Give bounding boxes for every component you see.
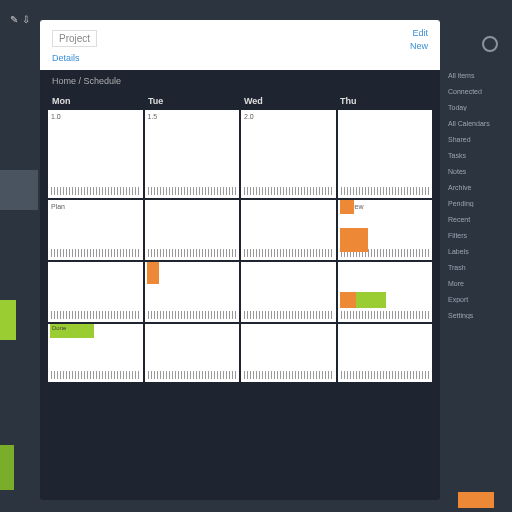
left-marker-1[interactable] [0, 300, 16, 340]
ruler [51, 311, 140, 319]
cell-label: 1.5 [148, 113, 237, 120]
ruler [244, 311, 333, 319]
cell-label: 2.0 [244, 113, 333, 120]
panel-item[interactable]: More [448, 280, 508, 287]
col-head[interactable]: Tue [144, 94, 240, 108]
grid-cell[interactable] [48, 262, 143, 322]
ruler [244, 371, 333, 379]
action-edit[interactable]: Edit [410, 28, 428, 38]
panel-item[interactable]: Settings [448, 312, 508, 319]
grid-cell[interactable] [241, 262, 336, 322]
ruler [244, 249, 333, 257]
grid-cell[interactable] [338, 324, 433, 382]
panel-item[interactable]: Tasks [448, 152, 508, 159]
panel-item[interactable]: Connected [448, 88, 508, 95]
ruler [341, 371, 430, 379]
action-new[interactable]: New [410, 41, 428, 51]
grid-cell[interactable] [338, 110, 433, 198]
loading-icon [482, 36, 498, 52]
grid-cell[interactable]: 1.0 [48, 110, 143, 198]
col-head[interactable]: Thu [336, 94, 432, 108]
ruler [341, 311, 430, 319]
panel-item[interactable]: All Calendars [448, 120, 508, 127]
column-headers: Mon Tue Wed Thu [40, 92, 440, 110]
ruler [148, 311, 237, 319]
pencil-icon[interactable]: ✎ [10, 14, 18, 25]
col-head[interactable]: Mon [48, 94, 144, 108]
toolbar-icons: ✎ ⇩ [10, 14, 30, 25]
grid-row: PlanReview [48, 200, 432, 260]
breadcrumb[interactable]: Home / Schedule [40, 70, 440, 92]
grid-cell[interactable]: DoneDone [48, 324, 143, 382]
grid-cell[interactable]: 2.0 [241, 110, 336, 198]
panel-item[interactable]: All items [448, 72, 508, 79]
panel-item[interactable]: Notes [448, 168, 508, 175]
bottom-tab[interactable] [458, 492, 494, 508]
ruler [51, 249, 140, 257]
panel-item[interactable]: Recent [448, 216, 508, 223]
ruler [51, 187, 140, 195]
grid-cell[interactable] [145, 324, 240, 382]
ruler [148, 187, 237, 195]
panel-item[interactable]: Trash [448, 264, 508, 271]
header-actions: Edit New [410, 28, 428, 54]
grid-cell[interactable] [338, 262, 433, 322]
grid-cell[interactable] [145, 262, 240, 322]
panel-item[interactable]: Archive [448, 184, 508, 191]
left-marker-2[interactable] [0, 445, 14, 490]
header: Project Details Edit New [40, 20, 440, 70]
event-block[interactable]: Done [50, 324, 94, 338]
panel-item[interactable]: Pending [448, 200, 508, 207]
panel-item[interactable]: Shared [448, 136, 508, 143]
grid-cell[interactable]: 1.5 [145, 110, 240, 198]
calendar-grid: 1.01.52.0PlanReviewDoneDone [40, 110, 440, 382]
header-subtitle[interactable]: Details [52, 53, 428, 63]
cell-label: Review [341, 203, 430, 210]
grid-cell[interactable]: Review [338, 200, 433, 260]
grid-row: 1.01.52.0 [48, 110, 432, 198]
event-block[interactable] [356, 292, 386, 308]
event-block[interactable] [340, 200, 354, 214]
cell-label: 1.0 [51, 113, 140, 120]
panel-item[interactable]: Labels [448, 248, 508, 255]
side-panel: All itemsConnectedTodayAll CalendarsShar… [444, 68, 512, 332]
app-window: Project Details Edit New Home / Schedule… [40, 20, 440, 500]
grid-cell[interactable] [145, 200, 240, 260]
grid-cell[interactable] [241, 200, 336, 260]
event-block[interactable] [340, 292, 356, 308]
grid-row: DoneDone [48, 324, 432, 382]
col-head[interactable]: Wed [240, 94, 336, 108]
cell-label: Plan [51, 203, 140, 210]
event-block[interactable] [147, 262, 159, 284]
grid-cell[interactable] [241, 324, 336, 382]
panel-item[interactable]: Filters [448, 232, 508, 239]
ruler [148, 249, 237, 257]
event-block[interactable] [340, 228, 368, 252]
grid-row [48, 262, 432, 322]
panel-item[interactable]: Export [448, 296, 508, 303]
grid-cell[interactable]: Plan [48, 200, 143, 260]
ruler [244, 187, 333, 195]
ruler [148, 371, 237, 379]
header-title[interactable]: Project [52, 30, 97, 47]
ruler [51, 371, 140, 379]
ruler [341, 187, 430, 195]
download-icon[interactable]: ⇩ [22, 14, 30, 25]
left-tab[interactable] [0, 170, 38, 210]
panel-item[interactable]: Today [448, 104, 508, 111]
